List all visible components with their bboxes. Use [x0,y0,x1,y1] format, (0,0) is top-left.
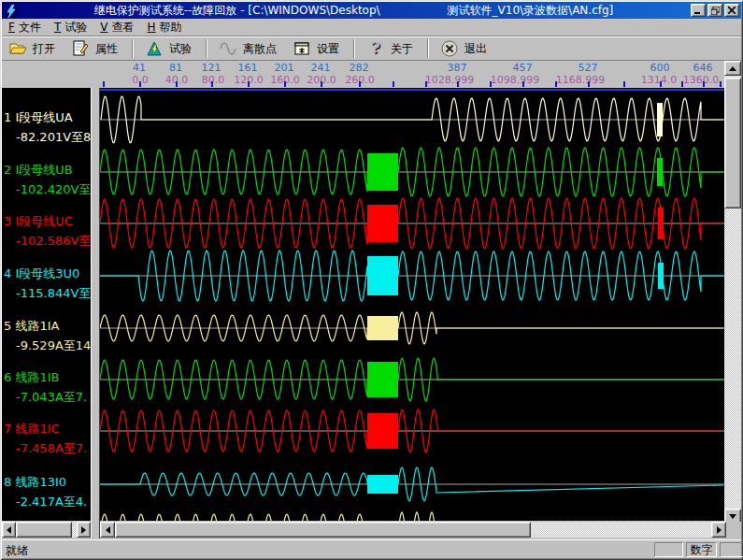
ruler-tick [321,81,322,87]
minimize-icon [694,7,702,14]
properties-button[interactable]: 属性 [64,37,127,60]
ruler-sample-label: 527 [579,62,598,74]
menu-file[interactable]: F文件 [2,19,48,36]
restore-button[interactable] [707,4,722,17]
waveform-area[interactable] [100,88,724,521]
channel-name-label: 6 线路1IB [4,369,91,386]
menu-view[interactable]: V查看 [93,19,140,36]
channel-name-label: 3 Ⅰ段母线UC [4,213,91,230]
status-num-indicator: 数字 [686,542,717,557]
ruler-tick [588,81,590,87]
ruler-sample-label: 201 [275,62,294,74]
window-title-app-path: 继电保护测试系统--故障回放 - [C:\WINDOWS\Desktop\ [94,3,380,19]
ruler-tick [393,81,394,87]
ruler-tick [490,81,492,87]
fault-block [367,205,398,242]
waveform-scrollbar-thumb[interactable] [115,522,531,538]
channel-name-label: 1 Ⅰ段母线UA [4,109,91,126]
fault-block [367,153,398,191]
ruler-time-label: 1028.999 [425,74,475,86]
ruler-sample-label: 387 [448,62,467,74]
svg-text:?: ? [371,39,380,57]
discrete-points-icon [219,39,237,58]
ruler-sample-label: 121 [202,62,221,74]
discrete-points-button[interactable]: 离散点 [212,37,286,60]
ruler-tick [284,81,286,87]
ruler-sample-label: 81 [169,62,182,74]
label-scroll-right-button[interactable] [77,522,91,538]
channel-label-pane: 1 Ⅰ段母线UA-82.201V至82 Ⅰ段母线UB-102.420V至3 Ⅰ段… [2,88,91,521]
waveform-scrollbar[interactable] [100,522,726,538]
channel-name-label: 8 线路13I0 [4,474,91,491]
open-folder-icon [8,39,27,58]
event-marker [658,208,664,239]
arrow-left-icon [102,526,110,534]
about-button[interactable]: ? ? 关于 [360,37,422,60]
app-window: 继电保护测试系统--故障回放 - [C:\WINDOWS\Desktop\ 测试… [0,0,743,560]
channel-range-label: -7.043A至7. [4,389,91,406]
arrow-left-icon [3,526,11,534]
channel-range-label: -102.420V至 [4,181,91,198]
exit-icon [440,39,459,58]
scrollbar-corner [726,522,741,538]
menu-help[interactable]: H帮助 [140,19,188,36]
channel-range-label: -82.201V至8 [4,129,91,146]
toolbar-separator [132,39,134,58]
open-button[interactable]: 打开 [2,37,64,60]
ruler-time-label: 1168.999 [556,74,606,86]
status-panel-empty2 [720,542,743,557]
ruler-sample-label: 600 [650,62,670,74]
fault-block [367,316,398,340]
channel-name-label: 5 线路1IA [4,318,91,335]
test-lightning-icon [145,39,164,58]
label-pane-scrollbar[interactable] [2,522,91,538]
event-marker [657,103,663,136]
ruler-tick [211,81,213,87]
ruler-tick [681,81,683,87]
close-button[interactable] [724,4,739,17]
vertical-scrollbar[interactable] [724,61,741,524]
close-icon [728,7,736,14]
pane-splitter[interactable] [91,88,100,538]
ruler-time-label: 1314.0 [641,74,678,86]
ruler-tick [139,81,141,87]
ruler-time-label: 1360.0 [683,74,720,86]
titlebar: 继电保护测试系统--故障回放 - [C:\WINDOWS\Desktop\ 测试… [2,2,741,19]
ruler-tick [555,81,557,87]
ruler-sample-label: 457 [513,62,533,74]
ruler-sample-label: 241 [311,62,331,74]
ruler-tick [425,81,427,87]
label-scrollbar-thumb[interactable] [16,522,72,538]
fault-block [367,256,398,295]
app-icon[interactable] [5,4,18,17]
waveform-scroll-left-button[interactable] [100,522,115,538]
ruler-tick [720,81,722,87]
restore-icon [711,7,720,15]
ruler-sample-label: 41 [133,62,146,74]
label-scroll-left-button[interactable] [2,522,16,538]
minimize-button[interactable] [691,4,706,17]
scroll-up-button[interactable] [724,61,741,76]
waveform-scroll-right-button[interactable] [711,522,726,538]
waveform-plot [100,88,724,521]
event-marker [658,263,664,289]
status-panel-empty [654,542,683,557]
ruler-tick [703,81,705,87]
channel-name-label: 7 线路1IC [4,421,91,438]
window-title: 继电保护测试系统--故障回放 - [C:\WINDOWS\Desktop\ 测试… [21,3,687,19]
channel-range-label: -102.586V至 [4,233,91,250]
channel-range-label: -115.844V至 [4,285,91,302]
ruler-tick [103,81,105,87]
test-button[interactable]: 试验 [138,37,201,60]
settings-button[interactable]: 设置 [286,37,349,60]
plot-top-line [100,89,724,91]
vertical-scrollbar-thumb[interactable] [724,78,741,208]
arrow-up-icon [729,63,736,71]
fault-block [367,362,398,397]
menu-test[interactable]: T试验 [48,19,93,36]
ruler-tick [522,81,524,87]
ruler-tick [623,81,625,87]
ruler-tick [248,81,250,87]
exit-button[interactable]: 退出 [434,37,496,60]
ruler-tick [457,81,459,87]
